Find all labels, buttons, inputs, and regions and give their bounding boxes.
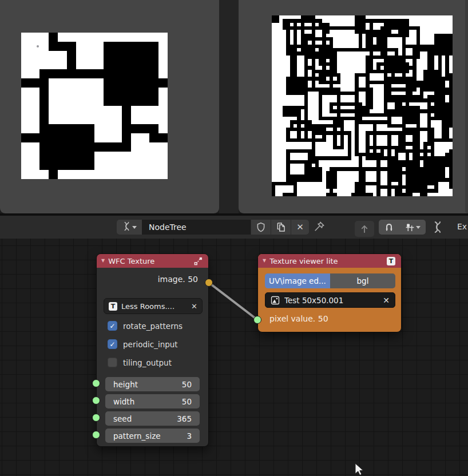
pin-button[interactable] (314, 221, 325, 234)
check-icon: ✓ (109, 341, 115, 348)
pane-edge-strip (465, 0, 468, 213)
magnet-icon (384, 222, 394, 232)
viewer-node-header[interactable]: ▼ Texture viewer lite T (258, 254, 401, 268)
checkbox[interactable]: ✓ (108, 339, 117, 349)
socket-pixel-value-input[interactable] (253, 316, 261, 324)
nodetree-browse-button[interactable] (117, 220, 142, 235)
new-nodetree-button[interactable] (271, 220, 291, 235)
up-arrow-icon (359, 224, 370, 234)
duplicate-icon (276, 222, 286, 232)
collapse-icon[interactable]: ▼ (101, 259, 105, 263)
image-editor-pane-right[interactable] (239, 0, 468, 213)
checkbox-label: periodic_input (123, 340, 178, 349)
node-title: Texture viewer lite (269, 257, 383, 265)
artifact-dot (37, 45, 39, 47)
nodetree-icon (431, 221, 444, 233)
checkbox-label: tiling_output (123, 358, 172, 367)
fake-user-button[interactable] (251, 220, 271, 235)
viewer-image-name: Test 50x50.001 (284, 296, 378, 305)
value-number: 365 (177, 414, 192, 423)
value-slider-pattern-size[interactable]: pattern_size 3 (105, 429, 200, 443)
pane-splitter[interactable] (219, 0, 239, 213)
socket-image-output[interactable] (205, 279, 213, 287)
pattern-image-name: Less Rooms.... (121, 302, 187, 311)
pin-icon (314, 221, 325, 232)
shield-icon (256, 222, 266, 232)
node-wfc-texture[interactable]: ▼ WFC Texture image. 50 T Less Rooms....… (96, 253, 209, 447)
wfc-node-header[interactable]: ▼ WFC Texture (97, 254, 208, 268)
value-slider-width[interactable]: width 50 (105, 394, 200, 408)
node-editor-canvas[interactable]: ▼ WFC Texture image. 50 T Less Rooms....… (0, 239, 468, 476)
snap-toggle-button[interactable] (379, 220, 399, 235)
value-number: 50 (182, 380, 192, 389)
socket-pattern-size-input[interactable] (92, 431, 100, 439)
input-socket-label: pixel value. 50 (269, 314, 328, 323)
node-group-icon (194, 257, 203, 265)
unlink-x-icon: ✕ (296, 222, 304, 232)
check-icon: ✓ (109, 323, 115, 330)
node-texture-viewer-lite[interactable]: ▼ Texture viewer lite T UV\image ed... b… (257, 253, 402, 332)
mouse-cursor (355, 463, 366, 476)
clear-image-icon[interactable]: ✕ (191, 302, 197, 311)
node-link[interactable] (209, 283, 257, 320)
value-label: seed (113, 414, 132, 423)
output-socket-label: image. 50 (158, 275, 198, 284)
parent-tree-button[interactable] (355, 221, 374, 237)
checkbox-label: rotate_patterns (123, 322, 183, 331)
viewer-mode-switch: UV\image ed... bgl (265, 273, 395, 288)
node-editor-header: NodeTree ✕ (0, 216, 468, 239)
snap-mode-button[interactable] (399, 220, 426, 235)
value-label: width (113, 397, 134, 406)
snap-controls (379, 220, 426, 235)
checkbox[interactable]: ✓ (108, 358, 117, 367)
texture-node-icon: T (387, 257, 395, 265)
value-slider-height[interactable]: height 50 (105, 377, 200, 391)
texture-icon: T (109, 302, 117, 311)
value-label: pattern_size (113, 431, 161, 441)
value-label: height (113, 380, 138, 389)
mode-bgl-button[interactable]: bgl (330, 273, 395, 288)
nodetree-type-button[interactable] (431, 221, 444, 235)
image-datablock-icon (271, 296, 280, 305)
pattern-image-selector[interactable]: T Less Rooms.... ✕ (104, 298, 203, 314)
mode-uv-image-editor-button[interactable]: UV\image ed... (265, 273, 330, 288)
socket-height-input[interactable] (92, 379, 100, 387)
chevron-down-icon (132, 226, 137, 229)
checkbox-rotate-patterns[interactable]: ✓ rotate_patterns (108, 321, 183, 331)
viewer-image-selector[interactable]: Test 50x50.001 ✕ (265, 292, 395, 308)
image-editor-pane-left[interactable] (0, 0, 219, 213)
value-slider-seed[interactable]: seed 365 (105, 411, 200, 426)
nodetree-browse-icon (122, 221, 132, 233)
snap-grid-icon (405, 223, 415, 232)
node-title: WFC Texture (108, 257, 191, 265)
nodetree-name-input[interactable]: NodeTree (142, 220, 251, 235)
wfc-input-image (21, 33, 168, 179)
checkbox-periodic-input[interactable]: ✓ periodic_input (108, 339, 178, 349)
clear-image-icon[interactable]: ✕ (383, 296, 390, 305)
nodetree-id-block: NodeTree ✕ (117, 220, 309, 235)
value-number: 3 (187, 431, 192, 441)
wfc-output-image (272, 15, 453, 196)
socket-width-input[interactable] (92, 396, 100, 404)
unlink-button[interactable]: ✕ (291, 220, 309, 235)
value-number: 50 (182, 397, 192, 406)
checkbox-tiling-output[interactable]: ✓ tiling_output (108, 358, 172, 367)
socket-seed-input[interactable] (92, 414, 100, 422)
blender-window: NodeTree ✕ (0, 0, 468, 476)
chevron-down-icon (416, 226, 421, 229)
checkbox[interactable]: ✓ (108, 321, 117, 331)
execute-label[interactable]: Ex (457, 222, 467, 231)
collapse-icon[interactable]: ▼ (263, 259, 266, 263)
